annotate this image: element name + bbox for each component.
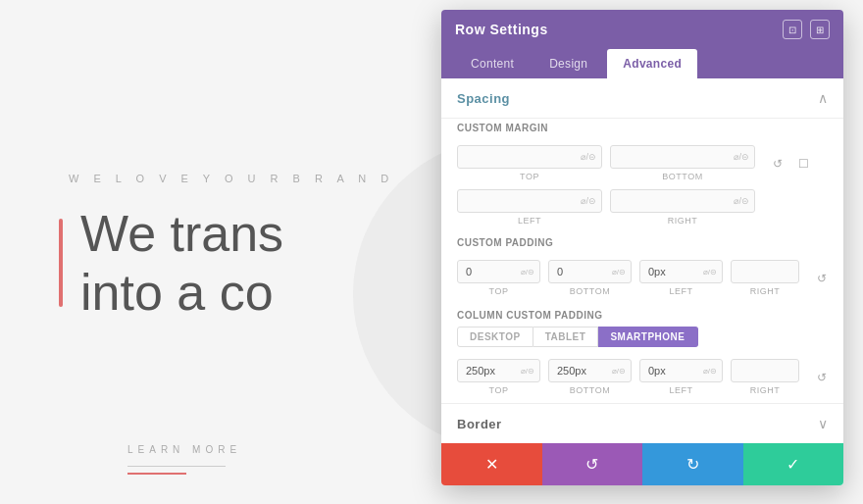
margin-row-actions: ↺ ☐: [767, 153, 814, 175]
margin-reset-button[interactable]: ↺: [767, 153, 788, 175]
col-padding-bottom-label: Bottom: [570, 385, 610, 395]
col-padding-row: ⌀/⊝ Top ⌀/⊝ Bottom ⌀/⊝ Left: [441, 351, 843, 403]
panel-title: Row Settings: [455, 22, 548, 37]
tab-design[interactable]: Design: [533, 49, 603, 78]
col-padding-left-group: ⌀/⊝ Left: [639, 359, 723, 395]
col-padding-right-label: Right: [750, 385, 781, 395]
padding-row-actions: ↺ ☐: [811, 268, 843, 289]
panel-footer: ✕ ↺ ↻ ✓: [441, 443, 843, 485]
row-settings-panel: Row Settings ⊡ ⊞ Content Design Advanced…: [441, 10, 843, 485]
border-toggle-icon[interactable]: [818, 416, 828, 431]
col-padding-bottom-group: ⌀/⊝ Bottom: [548, 359, 632, 395]
col-padding-reset-button[interactable]: ↺: [811, 367, 833, 388]
col-padding-top-label: Top: [489, 385, 509, 395]
padding-top-icon: ⌀/⊝: [521, 268, 534, 277]
spacing-section-header: Spacing: [441, 78, 843, 119]
margin-right-label: Right: [668, 216, 698, 226]
padding-link-button[interactable]: ☐: [837, 268, 843, 289]
margin-link-button[interactable]: ☐: [792, 153, 814, 175]
padding-bottom-wrapper: ⌀/⊝: [548, 260, 632, 283]
col-padding-right-input[interactable]: [731, 359, 799, 382]
bg-tagline: W E L O V E Y O U R B R A N D: [69, 173, 394, 184]
panel-tabs: Content Design Advanced: [441, 49, 843, 78]
sub-tabs: DESKTOP TABLET SMARTPHONE: [441, 321, 843, 351]
margin-top-icon: ⌀/⊝: [581, 152, 596, 162]
border-section-title: Border: [457, 417, 502, 431]
cancel-icon: ✕: [485, 455, 498, 474]
bg-learn-more-line: [127, 466, 226, 467]
spacing-toggle-icon[interactable]: [818, 90, 828, 106]
margin-top-wrapper: ⌀/⊝: [457, 145, 602, 169]
padding-right-group: Right: [731, 260, 799, 296]
col-padding-left-icon: ⌀/⊝: [703, 367, 717, 376]
margin-right-icon: ⌀/⊝: [734, 196, 749, 206]
cancel-button[interactable]: ✕: [441, 443, 542, 485]
padding-bottom-icon: ⌀/⊝: [612, 268, 626, 277]
padding-left-label: Left: [669, 286, 692, 296]
bg-heading: We trans into a co: [59, 204, 283, 322]
margin-left-group: ⌀/⊝ Left: [457, 189, 602, 226]
margin-left-label: Left: [518, 216, 541, 226]
padding-bottom-group: ⌀/⊝ Bottom: [548, 260, 632, 296]
sub-tab-smartphone[interactable]: SMARTPHONE: [598, 327, 697, 347]
tab-advanced[interactable]: Advanced: [607, 49, 697, 78]
col-padding-left-label: Left: [669, 385, 692, 395]
margin-right-wrapper: ⌀/⊝: [610, 189, 755, 213]
custom-margin-label: Custom Margin: [441, 119, 843, 137]
padding-right-wrapper: [731, 260, 799, 283]
panel-icon-responsive[interactable]: ⊡: [783, 20, 802, 39]
col-padding-label-wrapper: Column Custom Padding: [441, 304, 843, 321]
col-padding-right-wrapper: [731, 359, 799, 382]
padding-top-group: ⌀/⊝ Top: [457, 260, 540, 296]
col-padding-top-group: ⌀/⊝ Top: [457, 359, 540, 395]
margin-top-label: Top: [520, 172, 539, 181]
col-padding-top-wrapper: ⌀/⊝: [457, 359, 540, 382]
panel-body: Spacing Custom Margin ⌀/⊝ Top ⌀/⊝ Bottom: [441, 78, 843, 485]
bg-heading-text: We trans into a co: [80, 204, 283, 322]
padding-reset-button[interactable]: ↺: [811, 268, 833, 289]
col-padding-close-button[interactable]: ✕: [837, 367, 843, 388]
margin-bottom-wrapper: ⌀/⊝: [610, 145, 755, 169]
padding-left-wrapper: ⌀/⊝: [639, 260, 723, 283]
panel-header: Row Settings ⊡ ⊞: [441, 10, 843, 49]
margin-top-group: ⌀/⊝ Top: [457, 145, 602, 181]
save-button[interactable]: ✓: [743, 443, 844, 485]
bg-learn-more: LEARN MORE: [127, 444, 241, 455]
redo-icon: ↻: [686, 455, 699, 474]
margin-left-icon: ⌀/⊝: [581, 196, 596, 206]
redo-button[interactable]: ↻: [642, 443, 743, 485]
sub-tab-tablet[interactable]: TABLET: [533, 327, 599, 347]
bg-learn-more-line2: [127, 473, 186, 475]
col-padding-bottom-icon: ⌀/⊝: [612, 367, 626, 376]
custom-padding-row: ⌀/⊝ Top ⌀/⊝ Bottom ⌀/⊝ Left: [441, 252, 843, 304]
panel-header-icons: ⊡ ⊞: [783, 20, 830, 39]
border-section: Border: [441, 403, 843, 443]
tab-content[interactable]: Content: [455, 49, 530, 78]
custom-padding-label-wrapper: Custom Padding: [441, 233, 843, 252]
padding-top-label: Top: [489, 286, 509, 296]
reset-icon: ↺: [585, 455, 598, 474]
spacing-section-title: Spacing: [457, 91, 510, 106]
padding-bottom-label: Bottom: [570, 286, 610, 296]
col-padding-left-wrapper: ⌀/⊝: [639, 359, 723, 382]
padding-left-group: ⌀/⊝ Left: [639, 260, 723, 296]
save-icon: ✓: [787, 455, 799, 474]
margin-left-wrapper: ⌀/⊝: [457, 189, 602, 213]
panel-icon-layout[interactable]: ⊞: [810, 20, 830, 39]
col-padding-row-actions: ↺ ✕: [811, 367, 843, 388]
padding-right-label: Right: [750, 286, 781, 296]
margin-bottom-icon: ⌀/⊝: [734, 152, 749, 162]
col-padding-right-group: Right: [731, 359, 799, 395]
padding-left-icon: ⌀/⊝: [703, 268, 717, 277]
custom-margin-row: ⌀/⊝ Top ⌀/⊝ Bottom ↺ ☐: [441, 137, 843, 189]
padding-right-input[interactable]: [731, 260, 799, 283]
sub-tab-desktop[interactable]: DESKTOP: [457, 327, 533, 347]
margin-bottom-label: Bottom: [662, 172, 702, 181]
bg-heading-bar: [59, 219, 63, 307]
margin-right-group: ⌀/⊝ Right: [610, 189, 755, 226]
margin-bottom-group: ⌀/⊝ Bottom: [610, 145, 755, 181]
col-padding-bottom-wrapper: ⌀/⊝: [548, 359, 632, 382]
col-padding-top-icon: ⌀/⊝: [521, 367, 534, 376]
custom-margin-lr-row: ⌀/⊝ Left ⌀/⊝ Right: [441, 189, 843, 233]
reset-button[interactable]: ↺: [542, 443, 643, 485]
